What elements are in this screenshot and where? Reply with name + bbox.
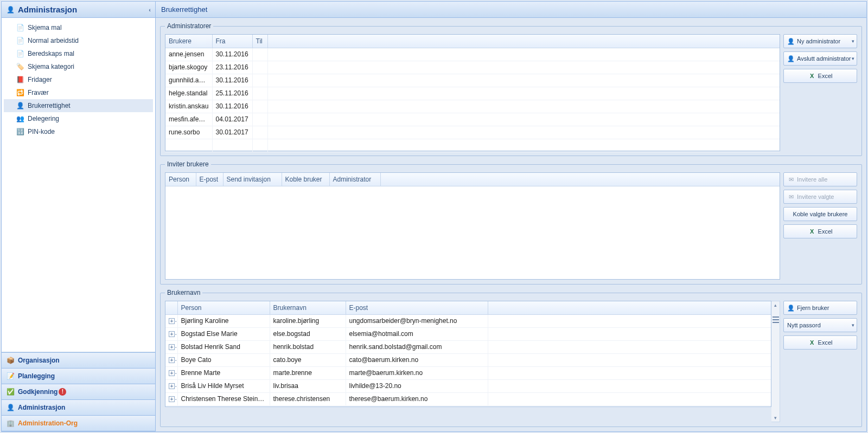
tree-item-0[interactable]: 📄Skjema mal bbox=[4, 21, 153, 34]
col-til[interactable]: Til bbox=[252, 35, 267, 48]
col-epost[interactable]: E-post bbox=[196, 173, 223, 186]
scroll-down-icon[interactable]: ▾ bbox=[774, 414, 777, 422]
tree-item-icon: 🔢 bbox=[16, 127, 24, 136]
accordion-item-3[interactable]: 👤Administrasjon bbox=[2, 400, 155, 416]
excel-icon: X bbox=[808, 339, 816, 346]
row-menu-icon[interactable] bbox=[773, 316, 779, 323]
remove-user-button[interactable]: 👤 Fjern bruker bbox=[783, 301, 857, 315]
cell-to bbox=[252, 126, 267, 139]
page-title-bar: Brukerrettighet bbox=[156, 2, 866, 18]
tree-item-5[interactable]: 🔁Fravær bbox=[4, 86, 153, 99]
accordion: 📦Organisasjon📝Planlegging✅Godkjenning!👤A… bbox=[2, 352, 155, 431]
page-title: Brukerrettighet bbox=[161, 5, 207, 14]
table-row[interactable]: +Brenne Martemarte.brennemarte@baerum.ki… bbox=[165, 366, 771, 379]
accordion-label: Organisasjon bbox=[18, 357, 60, 364]
tree-item-label: Delegering bbox=[28, 115, 59, 122]
cell-person: Christensen Therese Steinnes bbox=[177, 392, 270, 405]
table-row[interactable]: gunnhild.anda30.11.2016 bbox=[165, 74, 780, 87]
tree-item-icon: 🏷️ bbox=[16, 62, 24, 71]
cell-to bbox=[252, 74, 267, 87]
admin-excel-button[interactable]: X Excel bbox=[783, 69, 857, 83]
table-row[interactable]: +Briså Liv Hilde Myrsetliv.brisaalivhild… bbox=[165, 379, 771, 392]
tree-item-1[interactable]: 📄Normal arbeidstid bbox=[4, 34, 153, 47]
table-row-empty bbox=[165, 139, 780, 152]
accordion-item-0[interactable]: 📦Organisasjon bbox=[2, 353, 155, 369]
col-koble[interactable]: Koble bruker bbox=[282, 173, 329, 186]
vertical-scrollbar[interactable]: ▴ ▾ bbox=[771, 301, 780, 422]
table-row[interactable]: +Boye Catocato.boyecato@baerum.kirken.no bbox=[165, 353, 771, 366]
tree-item-7[interactable]: 👥Delegering bbox=[4, 112, 153, 125]
cell-email: henrik.sand.bolstad@gmail.com bbox=[346, 340, 488, 353]
tree-item-label: Skjema mal bbox=[28, 24, 62, 31]
tree-item-icon: 📄 bbox=[16, 36, 24, 45]
col-send[interactable]: Send invitasjon bbox=[223, 173, 282, 186]
cell-person: Briså Liv Hilde Myrset bbox=[177, 379, 270, 392]
table-row[interactable]: +Bolstad Henrik Sandhenrik.bolstadhenrik… bbox=[165, 340, 771, 353]
cell-to bbox=[252, 48, 267, 61]
table-row[interactable]: helge.standal25.11.2016 bbox=[165, 87, 780, 100]
col-brukere[interactable]: Brukere bbox=[165, 35, 212, 48]
tree-item-4[interactable]: 📕Fridager bbox=[4, 73, 153, 86]
col-expander-header bbox=[165, 301, 177, 314]
expander-cell: + bbox=[165, 392, 177, 405]
end-admin-button[interactable]: 👤 Avslutt administrator ▾ bbox=[783, 51, 857, 66]
cell-username: cato.boye bbox=[270, 353, 346, 366]
tree-item-icon: 🔁 bbox=[16, 88, 24, 97]
panel-usernames: Brukernavn Person Brukernav bbox=[160, 289, 862, 427]
cell-email: ungdomsarbeider@bryn-menighet.no bbox=[346, 314, 488, 327]
col-spacer bbox=[380, 173, 780, 186]
col-admin[interactable]: Administrator bbox=[329, 173, 380, 186]
table-row[interactable]: kristin.anskau30.11.2016 bbox=[165, 100, 780, 113]
invite-all-button[interactable]: ✉ Invitere alle bbox=[783, 172, 857, 186]
table-row[interactable]: anne.jensen30.11.2016 bbox=[165, 48, 780, 61]
accordion-item-2[interactable]: ✅Godkjenning! bbox=[2, 384, 155, 400]
invite-selected-button[interactable]: ✉ Invitere valgte bbox=[783, 190, 857, 204]
col-person[interactable]: Person bbox=[177, 301, 270, 314]
sidebar-collapse-icon[interactable]: ‹ bbox=[149, 7, 151, 13]
accordion-item-1[interactable]: 📝Planlegging bbox=[2, 369, 155, 384]
link-selected-button[interactable]: Koble valgte brukere bbox=[783, 207, 857, 221]
scroll-up-icon[interactable]: ▴ bbox=[774, 301, 777, 309]
admin-icon: 👤 bbox=[6, 5, 15, 14]
accordion-icon: 🏢 bbox=[6, 419, 15, 428]
col-fra[interactable]: Fra bbox=[212, 35, 252, 48]
tree-item-3[interactable]: 🏷️Skjema kategori bbox=[4, 60, 153, 73]
tree-item-2[interactable]: 📄Beredskaps mal bbox=[4, 47, 153, 60]
tree-item-icon: 👤 bbox=[16, 101, 24, 110]
expand-icon[interactable]: + bbox=[169, 383, 175, 389]
nav-tree: 📄Skjema mal📄Normal arbeidstid📄Beredskaps… bbox=[2, 18, 155, 352]
expand-icon[interactable]: + bbox=[169, 370, 175, 376]
table-row[interactable]: rune.sorbo30.01.2017 bbox=[165, 126, 780, 139]
col-brukernavn[interactable]: Brukernavn bbox=[270, 301, 346, 314]
tree-item-icon: 📄 bbox=[16, 49, 24, 58]
cell-from: 30.11.2016 bbox=[212, 100, 252, 113]
table-row[interactable]: +Bogstad Else Marieelse.bogstadelsemia@h… bbox=[165, 327, 771, 340]
new-admin-button[interactable]: 👤 Ny administrator ▾ bbox=[783, 34, 857, 48]
accordion-item-4[interactable]: 🏢Administration-Org bbox=[2, 416, 155, 431]
tree-item-label: Normal arbeidstid bbox=[28, 37, 79, 44]
invite-excel-button[interactable]: X Excel bbox=[783, 224, 857, 238]
col-epost[interactable]: E-post bbox=[346, 301, 488, 314]
alert-badge-icon: ! bbox=[59, 388, 66, 396]
expander-cell: + bbox=[165, 340, 177, 353]
expand-icon[interactable]: + bbox=[169, 331, 175, 337]
expand-icon[interactable]: + bbox=[169, 357, 175, 363]
expand-icon[interactable]: + bbox=[169, 344, 175, 350]
table-row[interactable]: mesfin.afewerk04.01.2017 bbox=[165, 113, 780, 126]
col-person[interactable]: Person bbox=[165, 173, 196, 186]
cell-to bbox=[252, 100, 267, 113]
table-row[interactable]: bjarte.skogoy23.11.2016 bbox=[165, 61, 780, 74]
tree-item-8[interactable]: 🔢PIN-kode bbox=[4, 125, 153, 138]
table-row[interactable]: +Christensen Therese Steinnestherese.chr… bbox=[165, 392, 771, 405]
mail-icon: ✉ bbox=[787, 193, 795, 201]
tree-item-6[interactable]: 👤Brukerrettighet bbox=[4, 99, 153, 112]
expand-icon[interactable]: + bbox=[169, 396, 175, 402]
new-password-button[interactable]: Nytt passord ▾ bbox=[783, 318, 857, 332]
admin-actions: 👤 Ny administrator ▾ 👤 Avslutt administr… bbox=[783, 34, 857, 151]
accordion-icon: 📦 bbox=[6, 356, 15, 365]
tree-item-label: PIN-kode bbox=[28, 128, 55, 135]
cell-user: gunnhild.anda bbox=[165, 74, 212, 87]
expand-icon[interactable]: + bbox=[169, 318, 175, 324]
table-row[interactable]: +Bjørling Karolinekaroline.bjørlingungdo… bbox=[165, 314, 771, 327]
usernames-excel-button[interactable]: X Excel bbox=[783, 335, 857, 350]
